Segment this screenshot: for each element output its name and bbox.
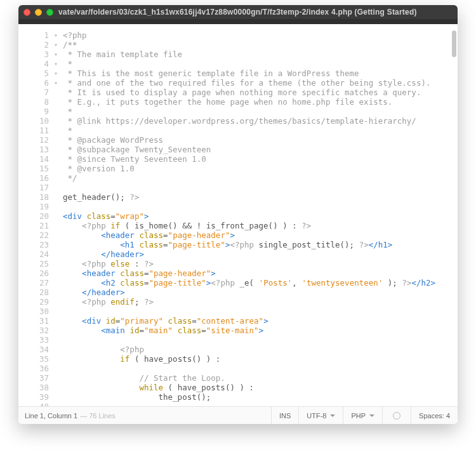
- line-number: 36: [18, 364, 50, 373]
- line-number: 1: [18, 30, 50, 40]
- code-line[interactable]: <main id="main" class="site-main">: [63, 326, 458, 335]
- code-line[interactable]: <?php else : ?>: [63, 259, 458, 268]
- line-number: 21: [18, 221, 50, 230]
- line-number: 22: [18, 230, 50, 240]
- line-number: 5: [18, 69, 50, 78]
- zoom-icon[interactable]: [46, 9, 53, 16]
- code-line[interactable]: [63, 183, 458, 192]
- code-line[interactable]: [63, 335, 458, 345]
- code-line[interactable]: * @version 1.0: [63, 164, 458, 173]
- code-line[interactable]: the_post();: [63, 392, 458, 402]
- fold-marker-icon[interactable]: ▾: [51, 59, 60, 69]
- cursor-position: Line 1, Column 1: [25, 412, 77, 420]
- code-line[interactable]: * and one of the two required files for …: [63, 78, 458, 88]
- code-line[interactable]: * The main template file: [63, 50, 458, 59]
- line-number: 4: [18, 59, 50, 69]
- code-line[interactable]: [63, 307, 458, 316]
- editor-window: vate/var/folders/03/czk1_h1s1wx616jj4v17…: [18, 5, 458, 424]
- line-number: 23: [18, 240, 50, 249]
- line-number: 33: [18, 335, 50, 345]
- line-number: 11: [18, 126, 50, 135]
- code-line[interactable]: <div class="wrap">: [63, 211, 458, 221]
- status-indent[interactable]: Spaces: 4: [411, 407, 458, 424]
- line-number: 10: [18, 116, 50, 126]
- code-line[interactable]: <header class="page-header">: [63, 268, 458, 278]
- minimize-icon[interactable]: [35, 9, 42, 16]
- traffic-lights: [23, 9, 53, 16]
- line-number: 24: [18, 249, 50, 259]
- line-number: 16: [18, 173, 50, 183]
- status-insert-mode[interactable]: INS: [271, 407, 298, 424]
- code-editor[interactable]: 1234567891011121314151617181920212223242…: [18, 24, 458, 406]
- line-number: 27: [18, 278, 50, 288]
- line-number: 40: [18, 402, 50, 406]
- code-line[interactable]: * @package WordPress: [63, 135, 458, 145]
- code-line[interactable]: * @subpackage Twenty_Seventeen: [63, 145, 458, 154]
- fold-marker-icon[interactable]: ▾: [51, 78, 60, 88]
- code-line[interactable]: * @since Twenty Seventeen 1.0: [63, 154, 458, 164]
- line-number: 32: [18, 326, 50, 335]
- fold-gutter[interactable]: ▾▾▾▾▾▾: [51, 30, 60, 406]
- line-number: 13: [18, 145, 50, 154]
- fold-marker-icon[interactable]: ▾: [51, 40, 60, 50]
- line-number: 17: [18, 183, 50, 192]
- code-line[interactable]: */: [63, 173, 458, 183]
- code-line[interactable]: <?php: [63, 345, 458, 354]
- code-line[interactable]: <header class="page-header">: [63, 230, 458, 240]
- status-bar: Line 1, Column 1 — 76 Lines INS UTF-8 PH…: [18, 406, 458, 424]
- code-line[interactable]: <h2 class="page-title"><?php _e( 'Posts'…: [63, 278, 458, 288]
- line-number: 12: [18, 135, 50, 145]
- code-line[interactable]: [63, 202, 458, 211]
- code-line[interactable]: *: [63, 107, 458, 116]
- status-language[interactable]: PHP: [343, 407, 382, 424]
- line-number: 35: [18, 354, 50, 364]
- status-cursor[interactable]: Line 1, Column 1 — 76 Lines: [18, 407, 271, 424]
- code-line[interactable]: *: [63, 59, 458, 69]
- code-line[interactable]: <?php endif; ?>: [63, 297, 458, 307]
- code-line[interactable]: * @link https://developer.wordpress.org/…: [63, 116, 458, 126]
- fold-marker-icon[interactable]: ▾: [51, 50, 60, 59]
- line-number: 30: [18, 307, 50, 316]
- line-number: 20: [18, 211, 50, 221]
- code-line[interactable]: <?php: [63, 30, 458, 40]
- total-lines: — 76 Lines: [80, 412, 116, 420]
- line-number: 38: [18, 383, 50, 392]
- code-line[interactable]: while ( have_posts() ) :: [63, 383, 458, 392]
- circle-icon: [393, 412, 400, 420]
- line-number: 39: [18, 392, 50, 402]
- code-line[interactable]: * E.g., it puts together the home page w…: [63, 97, 458, 107]
- code-area[interactable]: <?php/** * The main template file * * Th…: [60, 30, 458, 406]
- code-line[interactable]: <h1 class="page-title"><?php single_post…: [63, 240, 458, 249]
- code-line[interactable]: <div id="primary" class="content-area">: [63, 316, 458, 326]
- status-encoding[interactable]: UTF-8: [298, 407, 343, 424]
- code-line[interactable]: [63, 402, 458, 406]
- code-line[interactable]: // Start the Loop.: [63, 373, 458, 383]
- scrollbar-thumb[interactable]: [452, 30, 456, 57]
- code-line[interactable]: get_header(); ?>: [63, 192, 458, 202]
- code-line[interactable]: * This is the most generic template file…: [63, 69, 458, 78]
- code-line[interactable]: *: [63, 126, 458, 135]
- tab-strip: [18, 19, 458, 24]
- line-number: 37: [18, 373, 50, 383]
- fold-marker-icon[interactable]: ▾: [51, 69, 60, 78]
- window-title: vate/var/folders/03/czk1_h1s1wx616jj4v17…: [58, 8, 453, 17]
- line-number: 8: [18, 97, 50, 107]
- line-number: 25: [18, 259, 50, 268]
- line-number: 28: [18, 288, 50, 297]
- status-linting[interactable]: [382, 407, 411, 424]
- code-line[interactable]: if ( have_posts() ) :: [63, 354, 458, 364]
- line-number: 34: [18, 345, 50, 354]
- line-number: 29: [18, 297, 50, 307]
- line-number: 19: [18, 202, 50, 211]
- line-number-gutter: 1234567891011121314151617181920212223242…: [18, 30, 51, 406]
- code-line[interactable]: <?php if ( is_home() && ! is_front_page(…: [63, 221, 458, 230]
- line-number: 31: [18, 316, 50, 326]
- code-line[interactable]: </header>: [63, 249, 458, 259]
- close-icon[interactable]: [23, 9, 30, 16]
- title-bar[interactable]: vate/var/folders/03/czk1_h1s1wx616jj4v17…: [18, 5, 458, 19]
- code-line[interactable]: [63, 364, 458, 373]
- code-line[interactable]: </header>: [63, 288, 458, 297]
- code-line[interactable]: * It is used to display a page when noth…: [63, 88, 458, 97]
- code-line[interactable]: /**: [63, 40, 458, 50]
- fold-marker-icon[interactable]: ▾: [51, 30, 60, 40]
